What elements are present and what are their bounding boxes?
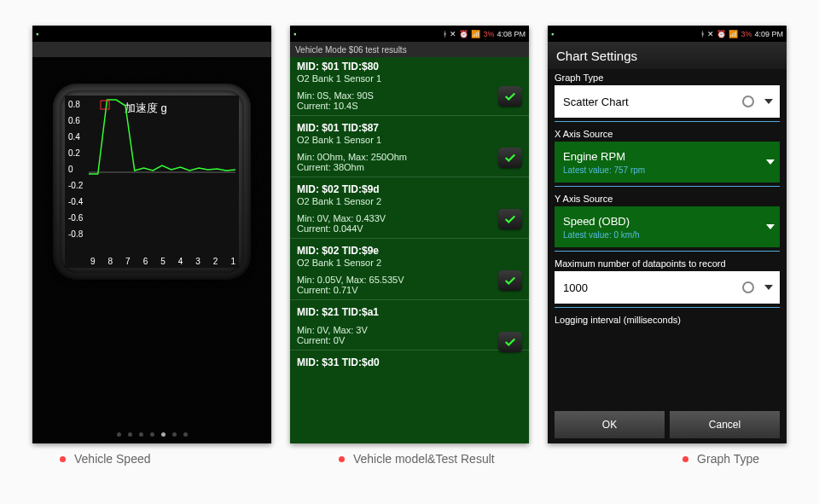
graph-type-select[interactable]: Scatter Chart <box>555 85 780 118</box>
svg-rect-1 <box>101 101 109 109</box>
alarm-icon: ⏰ <box>717 30 726 38</box>
sensor-name: O2 Bank 1 Sensor 1 <box>297 73 522 84</box>
alarm-icon: ⏰ <box>459 30 468 38</box>
gauge-frame: 加速度 g 0.80.60.40.20-0.2-0.4-0.6-0.8 9876… <box>53 84 251 280</box>
min-max: Min: 0Ohm, Max: 250Ohm <box>297 152 522 162</box>
min-max: Min: 0V, Max: 0.433V <box>297 213 522 223</box>
cancel-button[interactable]: Cancel <box>670 411 780 438</box>
ok-badge[interactable] <box>498 332 522 352</box>
test-result-row[interactable]: MID: $01 TID:$80O2 Bank 1 Sensor 1Min: 0… <box>290 57 529 113</box>
sensor-name: O2 Bank 1 Sensor 2 <box>297 196 522 206</box>
maxpoints-value: 1000 <box>563 281 588 294</box>
carrier-icon: ▪ <box>293 30 296 38</box>
y-axis-latest: Latest value: 0 km/h <box>563 230 640 240</box>
mid-tid: MID: $21 TID:$a1 <box>297 306 522 318</box>
battery-pct: 3% <box>483 30 494 38</box>
ok-badge[interactable] <box>498 86 522 107</box>
x-axis-value: Engine RPM <box>563 150 625 163</box>
y-axis-value: Speed (OBD) <box>563 215 630 228</box>
signal-icon: 📶 <box>729 30 738 38</box>
sensor-name: O2 Bank 1 Sensor 2 <box>297 258 522 268</box>
caption-1: Vehicle Speed <box>60 452 151 466</box>
signal-icon: 📶 <box>471 30 480 38</box>
x-axis: 987654321 <box>90 257 235 266</box>
bluetooth-icon: ᚼ <box>443 30 447 38</box>
line-plot <box>89 96 235 249</box>
mid-tid: MID: $02 TID:$9e <box>297 245 522 257</box>
mid-tid: MID: $31 TID:$d0 <box>297 356 522 368</box>
mid-tid: MID: $01 TID:$80 <box>297 61 522 72</box>
status-bar: ▪ ᚼ ✕ ⏰ 📶 3% 4:09 PM <box>548 26 787 42</box>
caption-2: Vehicle model&Test Result <box>339 452 495 466</box>
chevron-down-icon <box>764 99 773 104</box>
ok-badge[interactable] <box>498 270 522 291</box>
phone-vehicle-speed: ▪ 加速度 g 0.80.60.40.20-0.2-0.4-0.6-0.8 98… <box>32 26 271 443</box>
caption-3: Graph Type <box>682 452 759 466</box>
phone-chart-settings: ▪ ᚼ ✕ ⏰ 📶 3% 4:09 PM Chart Settings Grap… <box>548 26 787 443</box>
clock: 4:09 PM <box>754 30 783 38</box>
carrier-icon: ▪ <box>551 30 554 38</box>
mid-tid: MID: $01 TID:$87 <box>297 122 522 134</box>
test-result-row[interactable]: MID: $21 TID:$a1Min: 0V, Max: 3VCurrent:… <box>290 303 529 347</box>
graph-type-value: Scatter Chart <box>563 96 629 108</box>
bluetooth-icon: ᚼ <box>700 30 705 38</box>
test-result-row[interactable]: MID: $02 TID:$9dO2 Bank 1 Sensor 2Min: 0… <box>290 180 529 235</box>
mid-tid: MID: $02 TID:$9d <box>297 183 522 195</box>
mute-icon: ✕ <box>450 30 456 38</box>
y-axis-label: Y Axis Source <box>548 190 787 206</box>
app-subbar <box>32 42 271 57</box>
current-value: Current: 38Ohm <box>297 162 522 172</box>
mute-icon: ✕ <box>707 30 714 38</box>
min-max: Min: 0.05V, Max: 65.535V <box>297 275 522 285</box>
chevron-down-icon <box>766 159 775 165</box>
current-value: Current: 10.4S <box>297 101 522 111</box>
radio-icon <box>742 281 754 293</box>
page-indicator[interactable] <box>32 432 271 437</box>
clock: 4:08 PM <box>497 30 526 38</box>
current-value: Current: 0.044V <box>297 223 522 234</box>
status-bar: ▪ ᚼ ✕ ⏰ 📶 3% 4:08 PM <box>290 26 529 42</box>
current-value: Current: 0.71V <box>297 285 522 295</box>
radio-icon <box>742 96 754 107</box>
x-axis-label: X Axis Source <box>548 125 787 142</box>
phone-test-results: ▪ ᚼ ✕ ⏰ 📶 3% 4:08 PM Vehicle Mode $06 te… <box>290 26 529 443</box>
interval-label: Logging interval (milliseconds) <box>548 311 787 327</box>
min-max: Min: 0S, Max: 90S <box>297 90 522 101</box>
maxpoints-label: Maximum number of datapoints to record <box>548 255 787 271</box>
test-result-row[interactable]: MID: $01 TID:$87O2 Bank 1 Sensor 1Min: 0… <box>290 119 529 174</box>
chevron-down-icon <box>764 285 773 290</box>
ok-badge[interactable] <box>498 209 522 229</box>
screen-title: Vehicle Mode $06 test results <box>290 42 529 57</box>
test-result-row[interactable]: MID: $31 TID:$d0 <box>290 353 529 370</box>
graph-type-label: Graph Type <box>548 69 787 85</box>
ok-badge[interactable] <box>498 148 522 168</box>
x-axis-latest: Latest value: 757 rpm <box>563 165 645 175</box>
x-axis-select[interactable]: Engine RPM Latest value: 757 rpm <box>555 142 780 182</box>
dialog-title: Chart Settings <box>548 42 787 69</box>
current-value: Current: 0V <box>297 335 522 345</box>
carrier-icon: ▪ <box>36 30 38 38</box>
acceleration-chart: 加速度 g 0.80.60.40.20-0.2-0.4-0.6-0.8 9876… <box>65 96 239 268</box>
sensor-name: O2 Bank 1 Sensor 1 <box>297 135 522 145</box>
ok-button[interactable]: OK <box>555 411 665 438</box>
status-bar: ▪ <box>32 26 271 42</box>
chevron-down-icon <box>766 224 775 229</box>
battery-pct: 3% <box>741 30 752 38</box>
test-result-row[interactable]: MID: $02 TID:$9eO2 Bank 1 Sensor 2Min: 0… <box>290 241 529 297</box>
maxpoints-input[interactable]: 1000 <box>555 271 780 304</box>
min-max: Min: 0V, Max: 3V <box>297 325 522 335</box>
y-axis-select[interactable]: Speed (OBD) Latest value: 0 km/h <box>555 206 780 247</box>
